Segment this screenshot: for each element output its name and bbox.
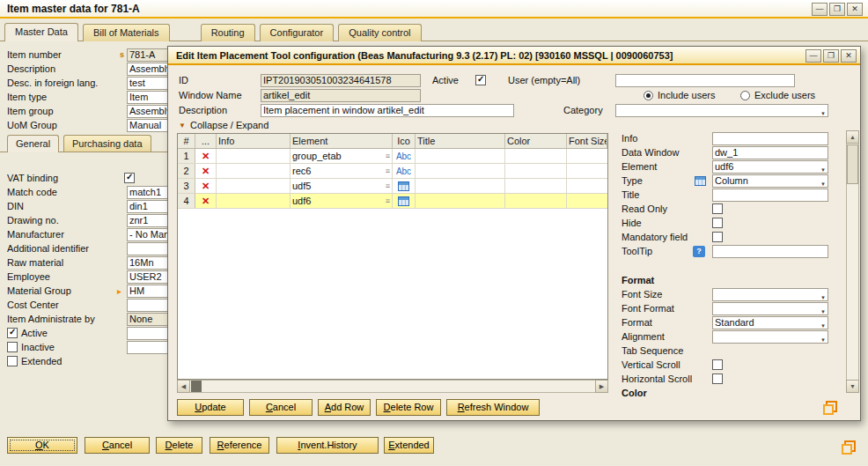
update-button[interactable]: Update bbox=[177, 399, 244, 416]
info-cell[interactable] bbox=[217, 164, 291, 178]
dialog-minimize-icon[interactable]: — bbox=[805, 49, 821, 63]
hide-checkbox[interactable] bbox=[712, 218, 723, 228]
reference-button[interactable]: Reference bbox=[210, 437, 269, 454]
inactive-checkbox[interactable] bbox=[7, 342, 18, 352]
delete-row-button[interactable]: Delete Row bbox=[376, 399, 441, 416]
user-field[interactable] bbox=[615, 74, 795, 87]
alignment-select[interactable] bbox=[712, 330, 828, 344]
format-select[interactable]: Standard bbox=[712, 316, 828, 329]
scroll-left-icon[interactable]: ◀ bbox=[177, 380, 190, 393]
data-window-field[interactable]: dw_1 bbox=[712, 146, 828, 159]
menu-icon[interactable]: ≡ bbox=[386, 165, 390, 178]
row-delete-cell[interactable]: ✕ bbox=[195, 164, 217, 178]
title-cell[interactable] bbox=[416, 179, 505, 193]
delete-x-icon[interactable]: ✕ bbox=[202, 180, 210, 193]
info-cell[interactable] bbox=[217, 179, 291, 193]
font-size-cell[interactable] bbox=[567, 194, 607, 208]
include-users-radio[interactable] bbox=[644, 91, 653, 100]
dialog-resize-grip-icon[interactable] bbox=[823, 401, 837, 415]
subtab-general[interactable]: General bbox=[7, 135, 59, 152]
tab-quality-control[interactable]: Quality control bbox=[338, 24, 421, 41]
menu-icon[interactable]: ≡ bbox=[386, 150, 390, 163]
subtab-purchasing-data[interactable]: Purchasing data bbox=[63, 135, 151, 152]
element-cell[interactable]: udf5≡ bbox=[291, 179, 393, 193]
tooltip-field[interactable] bbox=[712, 245, 828, 258]
scroll-up-icon[interactable]: ▲ bbox=[846, 130, 859, 144]
cancel-button[interactable]: Cancel bbox=[85, 437, 150, 454]
ico-cell[interactable] bbox=[393, 179, 416, 193]
info-cell[interactable] bbox=[217, 149, 291, 163]
row-delete-cell[interactable]: ✕ bbox=[195, 194, 217, 208]
font-format-select[interactable] bbox=[712, 302, 828, 315]
refresh-window-button[interactable]: Refresh Window bbox=[446, 399, 540, 416]
invent-history-button[interactable]: Invent.History bbox=[276, 437, 379, 454]
color-cell[interactable] bbox=[505, 179, 567, 193]
element-cell[interactable]: group_etab≡ bbox=[291, 149, 393, 163]
menu-icon[interactable]: ≡ bbox=[386, 195, 390, 208]
maximize-icon[interactable]: ❐ bbox=[829, 3, 845, 16]
delete-x-icon[interactable]: ✕ bbox=[202, 195, 210, 208]
table-row[interactable]: 1 ✕ group_etab≡ Abc bbox=[178, 149, 607, 164]
delete-button[interactable]: Delete bbox=[156, 437, 202, 454]
element-select[interactable]: udf6 bbox=[712, 160, 828, 174]
window-name-field[interactable]: artikel_edit bbox=[261, 89, 421, 102]
color-cell[interactable] bbox=[505, 149, 567, 163]
dialog-active-checkbox[interactable] bbox=[475, 75, 486, 85]
vertical-scroll-checkbox[interactable] bbox=[712, 359, 723, 370]
scroll-down-icon[interactable]: ▼ bbox=[846, 380, 859, 393]
mandatory-checkbox[interactable] bbox=[712, 232, 723, 242]
extended-checkbox[interactable] bbox=[7, 356, 18, 366]
link-arrow-icon[interactable]: ▸ bbox=[117, 285, 121, 298]
vat-binding-checkbox[interactable] bbox=[124, 173, 135, 183]
font-size-select[interactable] bbox=[712, 288, 828, 301]
read-only-checkbox[interactable] bbox=[712, 203, 723, 214]
tab-configurator[interactable]: Configurator bbox=[260, 24, 335, 41]
info-field[interactable] bbox=[712, 132, 828, 145]
resize-grip-icon[interactable] bbox=[842, 440, 856, 455]
row-delete-cell[interactable]: ✕ bbox=[195, 179, 217, 193]
title-cell[interactable] bbox=[416, 194, 505, 208]
delete-x-icon[interactable]: ✕ bbox=[202, 150, 210, 163]
element-cell[interactable]: rec6≡ bbox=[291, 164, 393, 178]
table-row[interactable]: 2 ✕ rec6≡ Abc bbox=[178, 164, 607, 179]
type-select[interactable]: Column bbox=[712, 174, 828, 188]
collapse-icon[interactable]: ▼ bbox=[179, 122, 186, 129]
horizontal-scroll-checkbox[interactable] bbox=[712, 374, 723, 384]
dialog-cancel-button[interactable]: Cancel bbox=[249, 399, 313, 416]
extended-button[interactable]: Extended bbox=[384, 437, 434, 454]
table-row-selected[interactable]: 4 ✕ udf6≡ bbox=[178, 194, 607, 209]
font-size-cell[interactable] bbox=[567, 164, 607, 178]
font-size-cell[interactable] bbox=[567, 179, 607, 193]
title-cell[interactable] bbox=[416, 164, 505, 178]
ok-button[interactable]: OK bbox=[7, 437, 77, 454]
help-icon[interactable]: ? bbox=[693, 246, 705, 257]
exclude-users-radio[interactable] bbox=[740, 91, 750, 100]
row-delete-cell[interactable]: ✕ bbox=[195, 149, 217, 163]
color-cell[interactable] bbox=[505, 164, 567, 178]
dialog-description-field[interactable]: Item placement in window artikel_edit bbox=[261, 104, 514, 117]
delete-x-icon[interactable]: ✕ bbox=[202, 165, 210, 178]
horizontal-scroll-thumb[interactable] bbox=[191, 381, 202, 392]
info-cell[interactable] bbox=[217, 194, 291, 208]
menu-icon[interactable]: ≡ bbox=[386, 180, 390, 193]
font-size-cell[interactable] bbox=[567, 149, 607, 163]
table-row[interactable]: 3 ✕ udf5≡ bbox=[178, 179, 607, 194]
collapse-expand-link[interactable]: Collapse / Expand bbox=[190, 119, 268, 132]
horizontal-scrollbar[interactable] bbox=[177, 380, 608, 393]
ico-cell[interactable] bbox=[393, 194, 416, 208]
tab-routing[interactable]: Routing bbox=[201, 24, 255, 41]
minimize-icon[interactable]: — bbox=[812, 3, 828, 16]
title-cell[interactable] bbox=[416, 149, 505, 163]
element-cell[interactable]: udf6≡ bbox=[291, 194, 393, 208]
color-cell[interactable] bbox=[505, 194, 567, 208]
category-select[interactable] bbox=[615, 104, 828, 117]
dialog-close-icon[interactable]: ✕ bbox=[841, 49, 857, 63]
active-checkbox[interactable] bbox=[7, 328, 18, 338]
tab-master-data[interactable]: Master Data bbox=[4, 23, 78, 41]
add-row-button[interactable]: Add Row bbox=[318, 399, 371, 416]
close-icon[interactable]: ✕ bbox=[847, 3, 863, 16]
title-field[interactable] bbox=[712, 189, 828, 202]
ico-cell[interactable]: Abc bbox=[393, 164, 416, 178]
scroll-right-icon[interactable]: ▶ bbox=[595, 380, 608, 393]
tab-bill-of-materials[interactable]: Bill of Materials bbox=[83, 24, 170, 41]
